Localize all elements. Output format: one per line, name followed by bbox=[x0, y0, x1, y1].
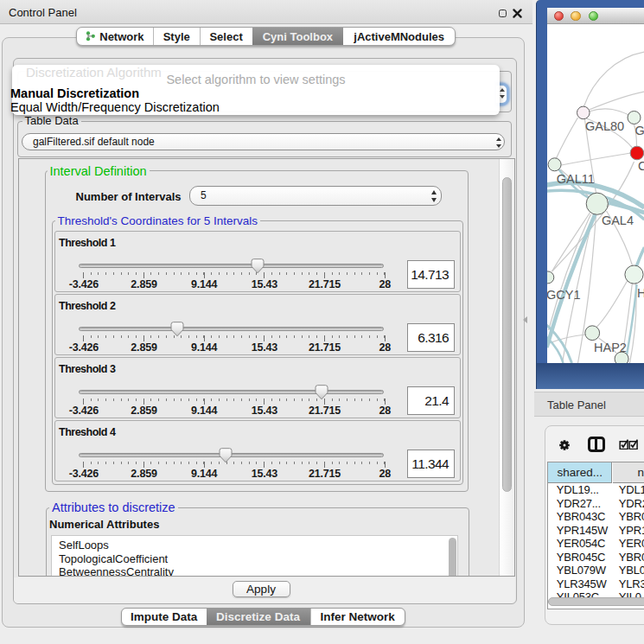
svg-text:HAP2: HAP2 bbox=[594, 341, 627, 354]
svg-text:GAL80: GAL80 bbox=[585, 119, 624, 133]
svg-text:GAL11: GAL11 bbox=[556, 172, 594, 186]
svg-text:GAL4: GAL4 bbox=[601, 214, 633, 227]
svg-text:GCY1: GCY1 bbox=[547, 288, 581, 302]
svg-text:GA: GA bbox=[634, 124, 644, 137]
svg-text:H: H bbox=[636, 286, 644, 300]
svg-text:C: C bbox=[638, 159, 644, 173]
